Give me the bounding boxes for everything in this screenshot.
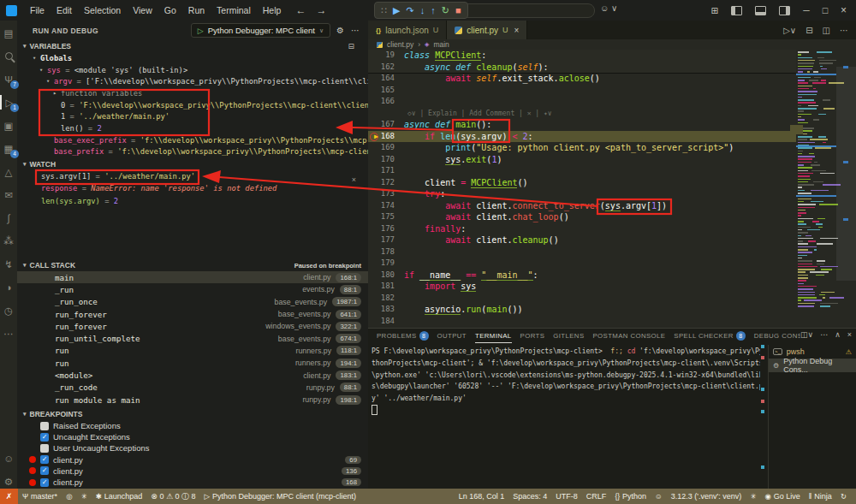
variable-row[interactable]: base_exec_prefix = 'f:\\develop\\workspa… bbox=[17, 134, 368, 146]
breakpoint-checkbox[interactable]: ✓ bbox=[40, 433, 49, 442]
variable-row[interactable]: 1 = '../weather/main.py' bbox=[17, 110, 368, 122]
variable-row[interactable]: base_prefix = 'f:\\develop\\workspace_pr… bbox=[17, 146, 368, 158]
breakpoint-checkbox[interactable] bbox=[40, 422, 49, 430]
menu-terminal[interactable]: Terminal bbox=[211, 5, 257, 15]
window-minimize-button[interactable]: ─ bbox=[803, 5, 809, 15]
overview-ruler[interactable] bbox=[836, 50, 856, 328]
extension-indicator[interactable]: ✳ bbox=[77, 492, 92, 501]
debug-settings-icon[interactable]: ⚙ bbox=[336, 26, 344, 35]
call-stack-frame[interactable]: <module>client.py183:1 bbox=[17, 369, 368, 381]
customize-layout-icon[interactable]: ⊞ bbox=[710, 5, 718, 15]
code-line-19[interactable]: 19class MCPClient: bbox=[368, 50, 796, 62]
line-number[interactable]: 170 bbox=[368, 154, 395, 166]
stop-icon[interactable]: ■ bbox=[455, 5, 461, 15]
indentation[interactable]: Spaces: 4 bbox=[508, 492, 551, 501]
line-number[interactable]: 19 bbox=[368, 50, 395, 62]
cursor-position[interactable]: Ln 168, Col 1 bbox=[455, 492, 509, 501]
menu-selection[interactable]: Selection bbox=[78, 5, 127, 15]
line-number[interactable]: 177 bbox=[368, 234, 395, 246]
watch-expression-row[interactable]: response = NameError: name 'response' is… bbox=[17, 182, 368, 194]
snippets-icon[interactable]: ∫ bbox=[0, 210, 17, 225]
code-line-182[interactable]: 182 bbox=[368, 293, 796, 305]
panel-tab-terminal[interactable]: TERMINAL bbox=[475, 329, 512, 343]
panel-tab-ports[interactable]: PORTS bbox=[520, 329, 545, 343]
breakpoint-row[interactable]: ✓client.py168 bbox=[17, 477, 368, 488]
line-number[interactable]: 169 bbox=[368, 142, 395, 154]
continue-icon[interactable]: ▶ bbox=[393, 5, 400, 16]
run-and-debug-icon[interactable]: ▷1 bbox=[0, 95, 17, 110]
window-maximize-button[interactable]: □ bbox=[823, 5, 828, 15]
step-over-icon[interactable]: ↷ bbox=[406, 5, 413, 16]
collapse-variables-icon[interactable]: ⊟ bbox=[348, 42, 368, 50]
code-line-173[interactable]: 173 try: bbox=[368, 188, 796, 200]
line-number[interactable]: 183 bbox=[368, 304, 395, 316]
panel-tab-gitlens[interactable]: GITLENS bbox=[553, 329, 584, 343]
code-line-164[interactable]: 164 await self.exit_stack.aclose() bbox=[368, 73, 796, 85]
breakpoint-checkbox[interactable]: ✓ bbox=[40, 478, 49, 487]
line-number[interactable]: 175 bbox=[368, 211, 395, 223]
toggle-sidebar-icon[interactable] bbox=[731, 6, 742, 15]
breadcrumb-symbol[interactable]: main bbox=[433, 40, 449, 49]
call-stack-frame[interactable]: _runevents.py88:1 bbox=[17, 283, 368, 295]
account-icon[interactable]: ☺ bbox=[0, 451, 17, 465]
more-actions-icon[interactable]: ⋯ bbox=[351, 26, 360, 35]
breakpoint-row[interactable]: User Uncaught Exceptions bbox=[17, 442, 368, 454]
nav-forward-icon[interactable]: → bbox=[316, 4, 326, 16]
chat-icon[interactable]: ✉ bbox=[0, 187, 17, 202]
code-line-178[interactable]: 178 bbox=[368, 246, 796, 258]
code-line-181[interactable]: 181 import sys bbox=[368, 281, 796, 293]
extension-status[interactable]: ✳ bbox=[746, 492, 760, 501]
panel-tab-postman-console[interactable]: POSTMAN CONSOLE bbox=[593, 329, 666, 343]
code-line-167[interactable]: 167async def main(): bbox=[368, 119, 796, 131]
menu-run[interactable]: Run bbox=[182, 5, 211, 15]
menu-file[interactable]: File bbox=[24, 5, 51, 15]
code-line-176[interactable]: 176 finally: bbox=[368, 223, 796, 235]
line-number[interactable]: 166 bbox=[368, 96, 395, 108]
editor-more-icon[interactable]: ⋯ bbox=[840, 26, 848, 35]
search-icon[interactable] bbox=[0, 49, 17, 63]
drag-handle-icon[interactable]: ∷ bbox=[381, 5, 387, 16]
extensions-icon[interactable]: ▦4 bbox=[0, 141, 17, 156]
code-line-165[interactable]: 165 bbox=[368, 85, 796, 97]
ai-hint-line[interactable]: ◇∨ | Explain | Add Comment | ✕ | ✦∨ bbox=[368, 108, 796, 120]
variable-row[interactable]: len() = 2 bbox=[17, 122, 368, 134]
variable-row[interactable]: ▸function variables bbox=[17, 87, 368, 99]
tools-icon[interactable]: ⁂ bbox=[0, 234, 17, 248]
watch-expression-row[interactable]: sys.argv[1] = '../weather/main.py' bbox=[17, 170, 368, 182]
code-line-172[interactable]: 172 client = MCPClient() bbox=[368, 177, 796, 189]
minimap[interactable] bbox=[796, 50, 836, 328]
code-line-184[interactable]: 184 bbox=[368, 316, 796, 328]
line-number[interactable]: 184 bbox=[368, 316, 395, 328]
call-stack-frame[interactable]: _run_oncebase_events.py1987:1 bbox=[17, 296, 368, 308]
line-number[interactable]: 178 bbox=[368, 246, 395, 258]
breakpoints-section-header[interactable]: ▾ BREAKPOINTS bbox=[17, 408, 368, 420]
sync-status[interactable]: ◎ bbox=[62, 492, 76, 501]
ninja[interactable]: ‖Ninja bbox=[805, 492, 836, 501]
settings-icon[interactable]: ⚙ bbox=[0, 474, 17, 489]
source-control-icon[interactable]: Ψ7 bbox=[0, 72, 17, 86]
line-number[interactable]: 165 bbox=[368, 85, 395, 97]
line-number[interactable]: 173 bbox=[368, 188, 395, 200]
menu-view[interactable]: View bbox=[127, 5, 158, 15]
code-line-183[interactable]: 183 asyncio.run(main()) bbox=[368, 304, 796, 316]
code-line-169[interactable]: 169 print("Usage: python client.py <path… bbox=[368, 142, 796, 154]
breakpoint-checkbox[interactable] bbox=[40, 444, 49, 453]
problems-summary[interactable]: ⊗ 0 ⚠ 0 ⓘ 8 bbox=[146, 491, 199, 502]
watch-expression-row[interactable]: len(sys.argv) = 2 bbox=[17, 195, 368, 207]
code-line-168[interactable]: ▶168 if len(sys.argv) < 2: bbox=[368, 131, 796, 143]
go-live[interactable]: ◉Go Live bbox=[760, 492, 804, 501]
refresh[interactable]: ↻ bbox=[836, 492, 851, 501]
thunder-client-icon[interactable]: ↯ bbox=[0, 257, 17, 271]
code-line-175[interactable]: 175 await client.chat_loop() bbox=[368, 211, 796, 223]
call-stack-frame[interactable]: run_until_completebase_events.py674:1 bbox=[17, 332, 368, 344]
menu-edit[interactable]: Edit bbox=[51, 5, 78, 15]
line-number[interactable]: 171 bbox=[368, 165, 395, 177]
panel-tab-output[interactable]: OUTPUT bbox=[437, 329, 467, 343]
panel-layout-icon[interactable]: ◫∨ bbox=[800, 330, 813, 339]
more-icon[interactable]: ⋯ bbox=[0, 326, 17, 341]
breakpoint-checkbox[interactable]: ✓ bbox=[40, 455, 49, 464]
debug-config-dropdown[interactable]: ▷ Python Debugger: MPC client ∨ bbox=[191, 23, 330, 38]
toggle-panel-icon[interactable] bbox=[755, 6, 766, 15]
call-stack-frame[interactable]: runrunners.py194:1 bbox=[17, 357, 368, 369]
menu-help[interactable]: Help bbox=[257, 5, 288, 15]
